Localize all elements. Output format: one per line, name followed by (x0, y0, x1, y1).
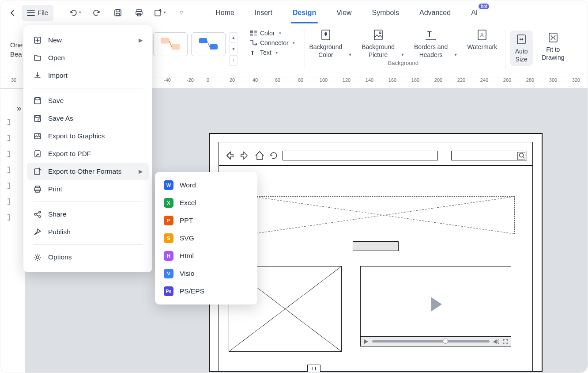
svg-point-45 (36, 256, 39, 259)
menu-import[interactable]: Import (27, 67, 149, 84)
undo-button[interactable]: ▼ (68, 5, 83, 21)
text-label: Text (260, 49, 271, 56)
search-box[interactable] (451, 151, 527, 160)
bg-color-dd[interactable]: ▼ (347, 28, 354, 60)
address-bar[interactable] (283, 151, 438, 160)
background-picture-button[interactable]: BackgroundPicture (357, 28, 399, 60)
word-icon: W (164, 180, 173, 190)
video-progress[interactable] (372, 340, 490, 343)
expand-panel-button[interactable]: » (17, 104, 21, 113)
menu-tabs: Home Insert Design View Symbols Advanced… (214, 3, 479, 23)
theme-scroll-down[interactable]: ▼ (229, 44, 238, 54)
fit-to-drawing-button[interactable]: Fit toDrawing (537, 30, 569, 66)
menu-options-label: Options (48, 253, 72, 261)
tab-design[interactable]: Design (291, 3, 318, 23)
visio-icon: V (164, 269, 173, 278)
background-color-button[interactable]: BackgroundColor (305, 28, 347, 60)
menu-save[interactable]: Save (27, 92, 149, 110)
ruler-tick: 100 (320, 77, 328, 83)
ruler-tick: 280 (526, 77, 534, 83)
button-placeholder[interactable] (353, 241, 399, 251)
ruler-tick: 200 (434, 77, 442, 83)
menu-options[interactable]: Options (27, 248, 149, 266)
svg-rect-4 (136, 11, 142, 15)
connector-dropdown[interactable]: Connector ▼ (249, 39, 296, 46)
hot-badge: hot (479, 4, 489, 9)
back-button[interactable] (5, 5, 21, 21)
fullscreen-icon[interactable] (503, 339, 508, 344)
export-button[interactable]: ▼ (152, 5, 168, 21)
wireframe-drawing[interactable] (209, 133, 543, 372)
theme-scroll-more[interactable]: ⁞ (229, 55, 238, 66)
menu-export-graphics[interactable]: Export to Graphics (27, 127, 149, 145)
file-menu-button[interactable]: File (22, 5, 53, 21)
theme-scroll-up[interactable]: ▲ (229, 32, 238, 43)
print-icon (33, 185, 42, 194)
export-excel[interactable]: X Excel (158, 194, 255, 212)
menu-open[interactable]: Open (27, 49, 149, 67)
hidden-text-1: One (10, 40, 25, 49)
svg-rect-10 (210, 44, 218, 49)
menu-share[interactable]: Share (27, 206, 149, 223)
fit-label: Fit toDrawing (542, 46, 564, 61)
excel-icon: X (164, 198, 173, 208)
export-svg-label: SVG (180, 234, 194, 242)
ruler-tick: 20 (230, 77, 235, 83)
menu-save-as[interactable]: Save As (27, 110, 149, 127)
export-pseps-label: PS/EPS (180, 287, 204, 295)
menu-new[interactable]: New ▶ (27, 31, 149, 49)
save-button[interactable] (110, 5, 126, 21)
ppt-icon: P (164, 216, 173, 225)
borders-headers-button[interactable]: T Borders andHeaders (410, 28, 452, 60)
print-button[interactable] (131, 5, 147, 21)
menu-export-pdf[interactable]: Export to PDF (27, 145, 149, 163)
bg-picture-dd[interactable]: ▼ (399, 28, 406, 60)
tab-view[interactable]: View (335, 3, 353, 23)
bg-picture-label: BackgroundPicture (362, 43, 395, 59)
browser-forward-icon (239, 150, 250, 161)
tab-ai[interactable]: AI hot (469, 3, 479, 23)
export-pseps[interactable]: Ps PS/EPS (158, 282, 255, 300)
theme-item[interactable] (153, 32, 188, 56)
pseps-icon: Ps (164, 286, 173, 296)
export-svg[interactable]: S SVG (158, 229, 255, 247)
tab-advanced[interactable]: Advanced (418, 3, 452, 23)
svg-point-44 (39, 216, 41, 217)
export-ppt-label: PPT (180, 217, 193, 225)
menu-print[interactable]: Print (27, 180, 149, 198)
svg-icon: S (164, 233, 173, 243)
top-toolbar: File ▼ ▼ ▽ Home Insert Design View Symbo… (0, 0, 588, 25)
tab-home[interactable]: Home (214, 3, 236, 23)
color-dropdown[interactable]: Color ▼ (249, 30, 296, 37)
export-word-label: Word (180, 181, 196, 189)
connector-label: Connector (260, 39, 289, 46)
volume-icon[interactable] (493, 339, 499, 344)
tab-insert[interactable]: Insert (253, 3, 274, 23)
svg-rect-6 (155, 10, 160, 16)
menu-publish[interactable]: Publish (27, 223, 149, 241)
export-ppt[interactable]: P PPT (158, 212, 255, 229)
menu-import-label: Import (48, 72, 68, 80)
watermark-button[interactable]: A Watermark (463, 28, 501, 52)
menu-share-label: Share (48, 210, 66, 218)
tab-symbols[interactable]: Symbols (370, 3, 401, 23)
svg-point-42 (34, 213, 36, 215)
ruler-tick: -40 (164, 77, 171, 83)
redo-button[interactable] (89, 5, 105, 21)
more-quickaccess-button[interactable]: ▽ (173, 5, 189, 21)
play-small-icon[interactable] (363, 339, 369, 344)
export-html[interactable]: H Html (158, 247, 255, 265)
page-tab-handle[interactable] (307, 365, 320, 372)
export-word[interactable]: W Word (158, 176, 255, 194)
banner-placeholder[interactable] (253, 196, 515, 234)
video-placeholder[interactable] (360, 266, 511, 346)
borders-dd[interactable]: ▼ (452, 28, 459, 60)
svg-point-24 (520, 153, 524, 157)
export-visio[interactable]: V Visio (158, 265, 255, 282)
menu-export-other[interactable]: Export to Other Formats ▶ (27, 163, 149, 180)
theme-item[interactable] (191, 32, 226, 56)
text-dropdown[interactable]: T Text ▼ (249, 49, 296, 56)
svg-rect-17 (374, 30, 382, 40)
watermark-label: Watermark (467, 43, 497, 51)
auto-size-button[interactable]: AutoSize (510, 30, 533, 66)
